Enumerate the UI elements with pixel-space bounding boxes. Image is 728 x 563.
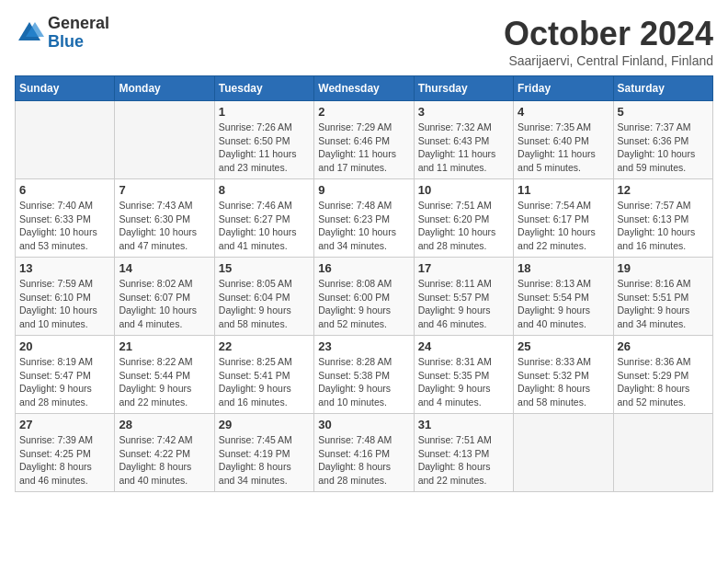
calendar-cell: 29Sunrise: 7:45 AM Sunset: 4:19 PM Dayli… [214,414,313,492]
logo-icon [15,18,44,48]
calendar-day-header: Wednesday [314,76,414,101]
calendar-cell: 1Sunrise: 7:26 AM Sunset: 6:50 PM Daylig… [214,101,313,179]
day-info: Sunrise: 7:29 AM Sunset: 6:46 PM Dayligh… [318,121,409,175]
day-number: 12 [618,183,709,197]
day-info: Sunrise: 8:31 AM Sunset: 5:35 PM Dayligh… [418,355,509,409]
calendar-cell [613,414,712,492]
calendar-cell: 4Sunrise: 7:35 AM Sunset: 6:40 PM Daylig… [514,101,613,179]
calendar-table: SundayMondayTuesdayWednesdayThursdayFrid… [15,75,713,492]
day-number: 14 [119,261,210,275]
day-number: 28 [119,418,210,431]
header: General Blue October 2024 Saarijaervi, C… [15,15,713,68]
day-info: Sunrise: 8:13 AM Sunset: 5:54 PM Dayligh… [518,277,609,331]
subtitle: Saarijaervi, Central Finland, Finland [504,53,713,68]
calendar-cell: 31Sunrise: 7:51 AM Sunset: 4:13 PM Dayli… [414,414,513,492]
day-number: 18 [518,261,609,275]
day-info: Sunrise: 8:25 AM Sunset: 5:41 PM Dayligh… [219,355,310,409]
calendar-cell: 24Sunrise: 8:31 AM Sunset: 5:35 PM Dayli… [414,336,513,414]
day-number: 25 [518,339,609,353]
day-number: 5 [618,105,709,119]
day-info: Sunrise: 7:57 AM Sunset: 6:13 PM Dayligh… [618,199,709,253]
day-info: Sunrise: 7:37 AM Sunset: 6:36 PM Dayligh… [618,121,709,175]
day-info: Sunrise: 7:39 AM Sunset: 4:25 PM Dayligh… [19,433,110,488]
day-info: Sunrise: 8:02 AM Sunset: 6:07 PM Dayligh… [119,277,210,331]
calendar-cell [514,414,613,492]
calendar-cell: 28Sunrise: 7:42 AM Sunset: 4:22 PM Dayli… [115,414,214,492]
day-number: 1 [219,105,310,119]
day-info: Sunrise: 7:46 AM Sunset: 6:27 PM Dayligh… [219,199,310,253]
day-info: Sunrise: 8:33 AM Sunset: 5:32 PM Dayligh… [518,355,609,409]
day-info: Sunrise: 7:32 AM Sunset: 6:43 PM Dayligh… [418,121,509,175]
day-info: Sunrise: 7:59 AM Sunset: 6:10 PM Dayligh… [19,277,110,331]
calendar-cell: 27Sunrise: 7:39 AM Sunset: 4:25 PM Dayli… [16,414,115,492]
calendar-day-header: Saturday [613,76,712,101]
day-number: 13 [19,261,110,275]
day-info: Sunrise: 7:48 AM Sunset: 4:16 PM Dayligh… [318,433,409,488]
day-number: 20 [19,339,110,353]
day-info: Sunrise: 8:08 AM Sunset: 6:00 PM Dayligh… [318,277,409,331]
calendar-day-header: Monday [115,76,214,101]
day-info: Sunrise: 7:54 AM Sunset: 6:17 PM Dayligh… [518,199,609,253]
calendar-day-header: Tuesday [214,76,313,101]
day-number: 8 [219,183,310,197]
day-number: 3 [418,105,509,119]
calendar-cell: 8Sunrise: 7:46 AM Sunset: 6:27 PM Daylig… [214,179,313,258]
day-number: 30 [318,418,409,431]
day-info: Sunrise: 7:51 AM Sunset: 4:13 PM Dayligh… [418,433,509,488]
calendar-cell: 14Sunrise: 8:02 AM Sunset: 6:07 PM Dayli… [115,258,214,336]
calendar-week-row: 20Sunrise: 8:19 AM Sunset: 5:47 PM Dayli… [16,336,713,414]
calendar-cell: 5Sunrise: 7:37 AM Sunset: 6:36 PM Daylig… [613,101,712,179]
day-number: 4 [518,105,609,119]
day-number: 21 [119,339,210,353]
calendar-cell: 3Sunrise: 7:32 AM Sunset: 6:43 PM Daylig… [414,101,513,179]
day-info: Sunrise: 7:45 AM Sunset: 4:19 PM Dayligh… [219,433,310,488]
calendar-cell: 16Sunrise: 8:08 AM Sunset: 6:00 PM Dayli… [314,258,414,336]
day-number: 16 [318,261,409,275]
day-number: 15 [219,261,310,275]
calendar-cell: 9Sunrise: 7:48 AM Sunset: 6:23 PM Daylig… [314,179,414,258]
day-number: 7 [119,183,210,197]
logo-text: General Blue [48,15,109,52]
calendar-cell: 19Sunrise: 8:16 AM Sunset: 5:51 PM Dayli… [613,258,712,336]
title-area: October 2024 Saarijaervi, Central Finlan… [504,15,713,68]
calendar-cell: 12Sunrise: 7:57 AM Sunset: 6:13 PM Dayli… [613,179,712,258]
day-info: Sunrise: 8:11 AM Sunset: 5:57 PM Dayligh… [418,277,509,331]
day-info: Sunrise: 7:42 AM Sunset: 4:22 PM Dayligh… [119,433,210,488]
calendar-week-row: 13Sunrise: 7:59 AM Sunset: 6:10 PM Dayli… [16,258,713,336]
month-title: October 2024 [504,15,713,53]
day-number: 9 [318,183,409,197]
calendar-cell: 20Sunrise: 8:19 AM Sunset: 5:47 PM Dayli… [16,336,115,414]
calendar-cell: 23Sunrise: 8:28 AM Sunset: 5:38 PM Dayli… [314,336,414,414]
calendar-cell [115,101,214,179]
day-number: 23 [318,339,409,353]
calendar-cell: 11Sunrise: 7:54 AM Sunset: 6:17 PM Dayli… [514,179,613,258]
calendar-cell: 13Sunrise: 7:59 AM Sunset: 6:10 PM Dayli… [16,258,115,336]
calendar-cell: 30Sunrise: 7:48 AM Sunset: 4:16 PM Dayli… [314,414,414,492]
calendar-cell: 21Sunrise: 8:22 AM Sunset: 5:44 PM Dayli… [115,336,214,414]
day-info: Sunrise: 7:51 AM Sunset: 6:20 PM Dayligh… [418,199,509,253]
calendar-week-row: 27Sunrise: 7:39 AM Sunset: 4:25 PM Dayli… [16,414,713,492]
day-info: Sunrise: 8:05 AM Sunset: 6:04 PM Dayligh… [219,277,310,331]
calendar-cell: 26Sunrise: 8:36 AM Sunset: 5:29 PM Dayli… [613,336,712,414]
day-number: 27 [19,418,110,431]
calendar-day-header: Sunday [16,76,115,101]
day-number: 19 [618,261,709,275]
calendar-cell: 15Sunrise: 8:05 AM Sunset: 6:04 PM Dayli… [214,258,313,336]
day-info: Sunrise: 8:16 AM Sunset: 5:51 PM Dayligh… [618,277,709,331]
calendar-cell: 10Sunrise: 7:51 AM Sunset: 6:20 PM Dayli… [414,179,513,258]
calendar-cell [16,101,115,179]
calendar-cell: 22Sunrise: 8:25 AM Sunset: 5:41 PM Dayli… [214,336,313,414]
day-number: 2 [318,105,409,119]
calendar-week-row: 1Sunrise: 7:26 AM Sunset: 6:50 PM Daylig… [16,101,713,179]
calendar-day-header: Friday [514,76,613,101]
calendar-cell: 7Sunrise: 7:43 AM Sunset: 6:30 PM Daylig… [115,179,214,258]
day-number: 22 [219,339,310,353]
logo: General Blue [15,15,109,52]
calendar-cell: 6Sunrise: 7:40 AM Sunset: 6:33 PM Daylig… [16,179,115,258]
day-info: Sunrise: 7:35 AM Sunset: 6:40 PM Dayligh… [518,121,609,175]
day-info: Sunrise: 8:28 AM Sunset: 5:38 PM Dayligh… [318,355,409,409]
calendar-header-row: SundayMondayTuesdayWednesdayThursdayFrid… [16,76,713,101]
day-number: 26 [618,339,709,353]
calendar-cell: 25Sunrise: 8:33 AM Sunset: 5:32 PM Dayli… [514,336,613,414]
day-number: 24 [418,339,509,353]
